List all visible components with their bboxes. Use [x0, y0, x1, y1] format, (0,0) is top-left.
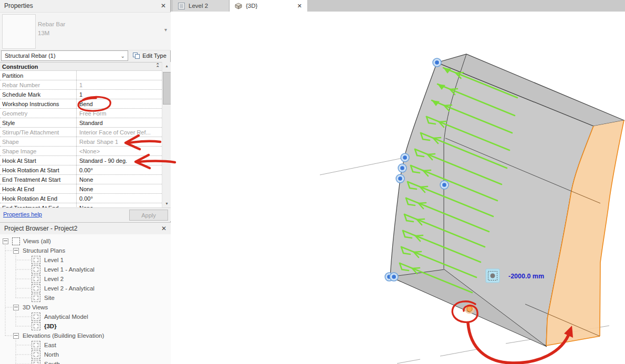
sidebar-item-level-2-analytical[interactable]: Level 2 - Analytical [32, 284, 95, 293]
property-row-shape: Shape Rebar Shape 1 [0, 137, 162, 147]
elevation-view-icon [32, 350, 40, 359]
properties-footer: Properties help Apply [0, 207, 171, 221]
type-preview [2, 14, 36, 49]
control-point[interactable] [390, 273, 398, 281]
tree-item-label: Site [44, 295, 55, 301]
scrollbar-thumb[interactable] [163, 72, 171, 105]
property-value[interactable]: Bend [77, 99, 162, 108]
close-icon[interactable]: ✕ [297, 3, 302, 9]
sidebar-item-analytical-model[interactable]: Analytical Model [32, 312, 88, 321]
property-value[interactable]: 0.00° [77, 194, 162, 203]
tab-3d[interactable]: {3D} ✕ [230, 0, 307, 12]
sidebar-item-level-2[interactable]: Level 2 [32, 274, 64, 284]
sidebar-item-structural-plans[interactable]: Structural Plans [13, 246, 65, 255]
sidebar-item-3d-views[interactable]: 3D Views [13, 303, 48, 312]
property-row-workshop-instructions: Workshop Instructions Bend [0, 99, 162, 109]
dimension-label[interactable]: -2000.0 mm [508, 273, 544, 280]
elevation-view-icon [32, 360, 40, 364]
control-point[interactable] [398, 164, 407, 172]
tab-label: Level 2 [189, 3, 208, 9]
tree-item-label: East [44, 342, 56, 348]
property-row-stirrup-tie-attachment: Stirrup/Tie Attachment Interior Face of … [0, 128, 162, 137]
sidebar-item-north[interactable]: North [32, 350, 59, 359]
properties-help-link[interactable]: Properties help [3, 211, 42, 217]
property-row-rebar-number: Rebar Number 1 [0, 80, 162, 90]
property-value[interactable]: 1 [77, 90, 162, 99]
tree-item-label: Level 2 - Analytical [44, 285, 95, 292]
sidebar-item-level-1-analytical[interactable]: Level 1 - Analytical [32, 265, 95, 274]
property-value: Rebar Shape 1 [77, 137, 162, 146]
property-row-partition: Partition [0, 71, 162, 80]
sidebar-item-views-all[interactable]: Views (all) [3, 236, 51, 246]
property-value[interactable]: None [77, 184, 162, 193]
properties-panel: Properties ✕ Rebar Bar 13M ▾ Structural … [0, 0, 170, 12]
property-value[interactable]: None [77, 175, 162, 184]
chevron-down-icon[interactable]: ▾ [164, 27, 167, 33]
view-tab-bar: Level 2 {3D} ✕ [171, 0, 625, 12]
collapse-node-icon[interactable] [13, 248, 19, 254]
property-value[interactable]: Standard [77, 118, 162, 127]
tab-label: {3D} [246, 3, 257, 9]
property-value[interactable]: Standard - 90 deg. [77, 156, 162, 165]
section-header-label: Construction [2, 64, 38, 70]
collapse-node-icon[interactable] [13, 305, 19, 310]
property-value[interactable]: 0.00° [77, 165, 162, 174]
tree-item-label: 3D Views [23, 304, 48, 310]
sidebar-item-site[interactable]: Site [32, 293, 55, 303]
wall-solid[interactable] [390, 54, 624, 347]
sidebar-item-3d[interactable]: {3D} [32, 321, 57, 331]
sidebar-item-level-1[interactable]: Level 1 [32, 255, 64, 265]
section-header-construction[interactable]: Construction ⌃⌃ [0, 63, 162, 71]
property-label: Style [0, 118, 77, 127]
scroll-down-icon[interactable]: ▾ [162, 200, 171, 207]
property-label: Schedule Mark [0, 90, 77, 99]
project-browser-panel: Project Browser - Project2 ✕ [0, 222, 171, 364]
3d-view-icon [235, 3, 242, 9]
control-point[interactable] [396, 174, 404, 183]
tree-item-label: Level 2 [44, 276, 64, 282]
scroll-up-icon[interactable]: ▴ [162, 62, 171, 70]
properties-scrollbar[interactable]: ▴ ▾ [162, 62, 171, 207]
3d-view: -2000.0 mm [171, 12, 625, 364]
sidebar-item-elevations[interactable]: Elevations (Building Elevation) [13, 331, 104, 340]
sidebar-item-south[interactable]: South [32, 359, 60, 364]
tree-item-label: Elevations (Building Elevation) [23, 332, 104, 339]
property-label: Partition [0, 71, 77, 80]
control-point[interactable] [401, 153, 409, 162]
type-family: Rebar Bar [38, 20, 65, 29]
tree-item-label: Views (all) [23, 238, 51, 244]
plan-view-icon [32, 275, 40, 283]
plan-view-icon [32, 256, 40, 264]
tab-level-2[interactable]: Level 2 [173, 0, 230, 12]
property-label: Geometry [0, 109, 77, 118]
tree-item-label: North [44, 351, 59, 358]
sidebar-item-east[interactable]: East [32, 340, 56, 350]
property-value[interactable] [77, 71, 162, 80]
properties-title-bar[interactable]: Properties ✕ [0, 0, 170, 12]
plan-view-icon [32, 265, 40, 274]
property-label: Rebar Number [0, 80, 77, 89]
collapse-node-icon[interactable] [3, 238, 8, 244]
edit-type-button[interactable]: Edit Type [130, 50, 170, 61]
type-selector[interactable]: Rebar Bar 13M ▾ [0, 12, 171, 50]
drawing-area[interactable]: -2000.0 mm [171, 12, 625, 364]
property-row-shape-image: Shape Image <None> [0, 147, 162, 156]
control-point[interactable] [440, 181, 449, 189]
close-icon[interactable]: ✕ [161, 225, 166, 232]
property-row-end-treatment-at-start: End Treatment At Start None [0, 175, 162, 184]
views-icon [12, 237, 20, 245]
instance-selector[interactable]: Structural Rebar (1) ⌄ [1, 50, 128, 61]
type-name: Rebar Bar 13M [38, 20, 65, 38]
left-dock: Properties ✕ Rebar Bar 13M ▾ Structural … [0, 0, 171, 364]
apply-button[interactable]: Apply [129, 210, 168, 221]
control-point[interactable] [433, 58, 441, 67]
property-row-hook-rotation-at-start: Hook Rotation At Start 0.00° [0, 165, 162, 175]
tree-item-label: South [44, 361, 60, 364]
collapse-node-icon[interactable] [13, 333, 19, 339]
property-row-schedule-mark: Schedule Mark 1 [0, 90, 162, 99]
collapse-section-icon[interactable]: ⌃⌃ [155, 64, 160, 69]
project-browser-tree: Views (all) Structural Plans Level 1 Lev… [0, 235, 171, 364]
property-label: Hook At Start [0, 156, 77, 165]
close-icon[interactable]: ✕ [161, 2, 166, 9]
project-browser-title-bar[interactable]: Project Browser - Project2 ✕ [0, 223, 171, 234]
